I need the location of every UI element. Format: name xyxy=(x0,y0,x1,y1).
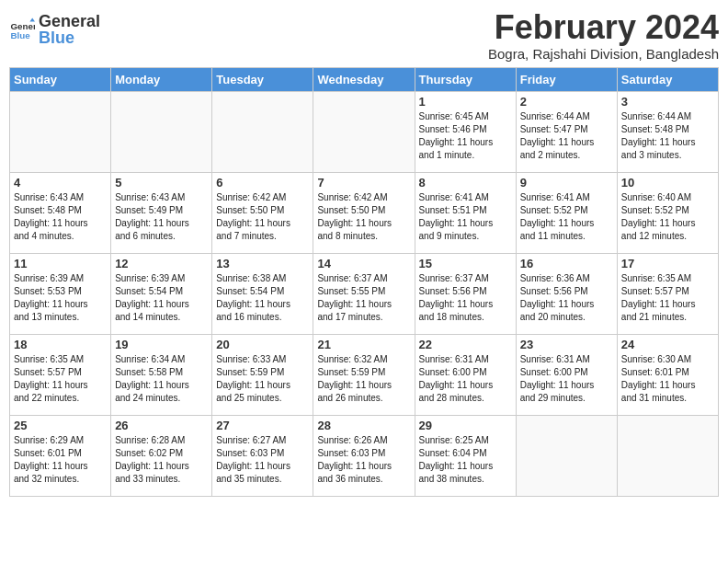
day-number: 8 xyxy=(419,176,512,190)
day-number: 5 xyxy=(115,176,208,190)
svg-text:Blue: Blue xyxy=(10,30,30,40)
day-info: Sunrise: 6:39 AM Sunset: 5:53 PM Dayligh… xyxy=(14,272,107,324)
day-info: Sunrise: 6:37 AM Sunset: 5:56 PM Dayligh… xyxy=(419,272,512,324)
day-number: 23 xyxy=(520,338,613,351)
calendar-cell: 27Sunrise: 6:27 AM Sunset: 6:03 PM Dayli… xyxy=(212,415,313,496)
calendar-cell: 7Sunrise: 6:42 AM Sunset: 5:50 PM Daylig… xyxy=(313,172,415,253)
calendar-cell: 20Sunrise: 6:33 AM Sunset: 5:59 PM Dayli… xyxy=(212,334,313,415)
day-number: 2 xyxy=(520,95,613,109)
day-info: Sunrise: 6:28 AM Sunset: 6:02 PM Dayligh… xyxy=(115,434,208,486)
calendar-cell: 4Sunrise: 6:43 AM Sunset: 5:48 PM Daylig… xyxy=(10,172,111,253)
header: General Blue General Blue February 2024 … xyxy=(9,9,719,62)
day-number: 27 xyxy=(216,419,309,432)
day-number: 3 xyxy=(621,95,714,109)
day-number: 9 xyxy=(520,176,613,190)
day-number: 15 xyxy=(419,257,512,270)
calendar-day-header: Monday xyxy=(111,67,212,91)
calendar-week-row: 1Sunrise: 6:45 AM Sunset: 5:46 PM Daylig… xyxy=(10,91,719,172)
calendar-day-header: Tuesday xyxy=(212,67,313,91)
day-info: Sunrise: 6:43 AM Sunset: 5:48 PM Dayligh… xyxy=(14,191,107,243)
day-info: Sunrise: 6:31 AM Sunset: 6:00 PM Dayligh… xyxy=(520,353,613,405)
day-number: 21 xyxy=(317,338,410,351)
day-number: 13 xyxy=(216,257,309,270)
calendar-cell xyxy=(516,415,617,496)
day-number: 12 xyxy=(115,257,208,270)
calendar-title: February 2024 xyxy=(488,9,719,46)
day-info: Sunrise: 6:36 AM Sunset: 5:56 PM Dayligh… xyxy=(520,272,613,324)
day-info: Sunrise: 6:41 AM Sunset: 5:51 PM Dayligh… xyxy=(419,191,512,243)
day-info: Sunrise: 6:39 AM Sunset: 5:54 PM Dayligh… xyxy=(115,272,208,324)
calendar-cell: 10Sunrise: 6:40 AM Sunset: 5:52 PM Dayli… xyxy=(617,172,718,253)
calendar-week-row: 25Sunrise: 6:29 AM Sunset: 6:01 PM Dayli… xyxy=(10,415,719,496)
calendar-day-header: Friday xyxy=(516,67,617,91)
calendar-cell: 24Sunrise: 6:30 AM Sunset: 6:01 PM Dayli… xyxy=(617,334,718,415)
day-info: Sunrise: 6:31 AM Sunset: 6:00 PM Dayligh… xyxy=(419,353,512,405)
calendar-cell: 6Sunrise: 6:42 AM Sunset: 5:50 PM Daylig… xyxy=(212,172,313,253)
day-info: Sunrise: 6:30 AM Sunset: 6:01 PM Dayligh… xyxy=(621,353,714,405)
day-number: 22 xyxy=(419,338,512,351)
calendar-cell: 15Sunrise: 6:37 AM Sunset: 5:56 PM Dayli… xyxy=(415,253,516,334)
day-number: 29 xyxy=(419,419,512,432)
calendar-cell: 17Sunrise: 6:35 AM Sunset: 5:57 PM Dayli… xyxy=(617,253,718,334)
day-info: Sunrise: 6:45 AM Sunset: 5:46 PM Dayligh… xyxy=(419,110,512,162)
calendar-cell xyxy=(313,91,415,172)
day-number: 25 xyxy=(14,419,107,432)
day-number: 17 xyxy=(621,257,714,270)
day-info: Sunrise: 6:38 AM Sunset: 5:54 PM Dayligh… xyxy=(216,272,309,324)
day-info: Sunrise: 6:41 AM Sunset: 5:52 PM Dayligh… xyxy=(520,191,613,243)
calendar-cell: 28Sunrise: 6:26 AM Sunset: 6:03 PM Dayli… xyxy=(313,415,415,496)
day-info: Sunrise: 6:25 AM Sunset: 6:04 PM Dayligh… xyxy=(419,434,512,486)
day-number: 16 xyxy=(520,257,613,270)
day-info: Sunrise: 6:37 AM Sunset: 5:55 PM Dayligh… xyxy=(317,272,410,324)
calendar-cell xyxy=(10,91,111,172)
day-info: Sunrise: 6:32 AM Sunset: 5:59 PM Dayligh… xyxy=(317,353,410,405)
day-info: Sunrise: 6:44 AM Sunset: 5:48 PM Dayligh… xyxy=(621,110,714,162)
calendar-cell: 18Sunrise: 6:35 AM Sunset: 5:57 PM Dayli… xyxy=(10,334,111,415)
day-number: 11 xyxy=(14,257,107,270)
calendar-cell: 5Sunrise: 6:43 AM Sunset: 5:49 PM Daylig… xyxy=(111,172,212,253)
calendar-week-row: 18Sunrise: 6:35 AM Sunset: 5:57 PM Dayli… xyxy=(10,334,719,415)
day-info: Sunrise: 6:34 AM Sunset: 5:58 PM Dayligh… xyxy=(115,353,208,405)
day-info: Sunrise: 6:33 AM Sunset: 5:59 PM Dayligh… xyxy=(216,353,309,405)
calendar-cell: 14Sunrise: 6:37 AM Sunset: 5:55 PM Dayli… xyxy=(313,253,415,334)
calendar-cell: 21Sunrise: 6:32 AM Sunset: 5:59 PM Dayli… xyxy=(313,334,415,415)
day-info: Sunrise: 6:27 AM Sunset: 6:03 PM Dayligh… xyxy=(216,434,309,486)
calendar-cell: 25Sunrise: 6:29 AM Sunset: 6:01 PM Dayli… xyxy=(10,415,111,496)
calendar-cell: 12Sunrise: 6:39 AM Sunset: 5:54 PM Dayli… xyxy=(111,253,212,334)
day-number: 4 xyxy=(14,176,107,190)
day-number: 7 xyxy=(317,176,410,190)
day-number: 1 xyxy=(419,95,512,109)
calendar-subtitle: Bogra, Rajshahi Division, Bangladesh xyxy=(488,46,719,62)
day-number: 10 xyxy=(621,176,714,190)
day-number: 14 xyxy=(317,257,410,270)
day-number: 19 xyxy=(115,338,208,351)
calendar-cell xyxy=(617,415,718,496)
calendar-week-row: 11Sunrise: 6:39 AM Sunset: 5:53 PM Dayli… xyxy=(10,253,719,334)
day-number: 18 xyxy=(14,338,107,351)
day-number: 28 xyxy=(317,419,410,432)
day-info: Sunrise: 6:42 AM Sunset: 5:50 PM Dayligh… xyxy=(216,191,309,243)
calendar-cell: 16Sunrise: 6:36 AM Sunset: 5:56 PM Dayli… xyxy=(516,253,617,334)
calendar-cell: 29Sunrise: 6:25 AM Sunset: 6:04 PM Dayli… xyxy=(415,415,516,496)
calendar-cell: 22Sunrise: 6:31 AM Sunset: 6:00 PM Dayli… xyxy=(415,334,516,415)
calendar-cell: 26Sunrise: 6:28 AM Sunset: 6:02 PM Dayli… xyxy=(111,415,212,496)
calendar-cell: 1Sunrise: 6:45 AM Sunset: 5:46 PM Daylig… xyxy=(415,91,516,172)
day-number: 20 xyxy=(216,338,309,351)
calendar-cell: 8Sunrise: 6:41 AM Sunset: 5:51 PM Daylig… xyxy=(415,172,516,253)
calendar-cell: 9Sunrise: 6:41 AM Sunset: 5:52 PM Daylig… xyxy=(516,172,617,253)
day-info: Sunrise: 6:40 AM Sunset: 5:52 PM Dayligh… xyxy=(621,191,714,243)
calendar-week-row: 4Sunrise: 6:43 AM Sunset: 5:48 PM Daylig… xyxy=(10,172,719,253)
day-number: 6 xyxy=(216,176,309,190)
calendar-day-header: Sunday xyxy=(10,67,111,91)
calendar-header-row: SundayMondayTuesdayWednesdayThursdayFrid… xyxy=(10,67,719,91)
day-info: Sunrise: 6:35 AM Sunset: 5:57 PM Dayligh… xyxy=(14,353,107,405)
calendar-cell: 23Sunrise: 6:31 AM Sunset: 6:00 PM Dayli… xyxy=(516,334,617,415)
calendar-cell xyxy=(111,91,212,172)
day-info: Sunrise: 6:44 AM Sunset: 5:47 PM Dayligh… xyxy=(520,110,613,162)
calendar-cell: 13Sunrise: 6:38 AM Sunset: 5:54 PM Dayli… xyxy=(212,253,313,334)
day-info: Sunrise: 6:29 AM Sunset: 6:01 PM Dayligh… xyxy=(14,434,107,486)
calendar-cell xyxy=(212,91,313,172)
calendar-day-header: Wednesday xyxy=(313,67,415,91)
logo-blue-text: Blue xyxy=(39,29,100,46)
day-number: 24 xyxy=(621,338,714,351)
